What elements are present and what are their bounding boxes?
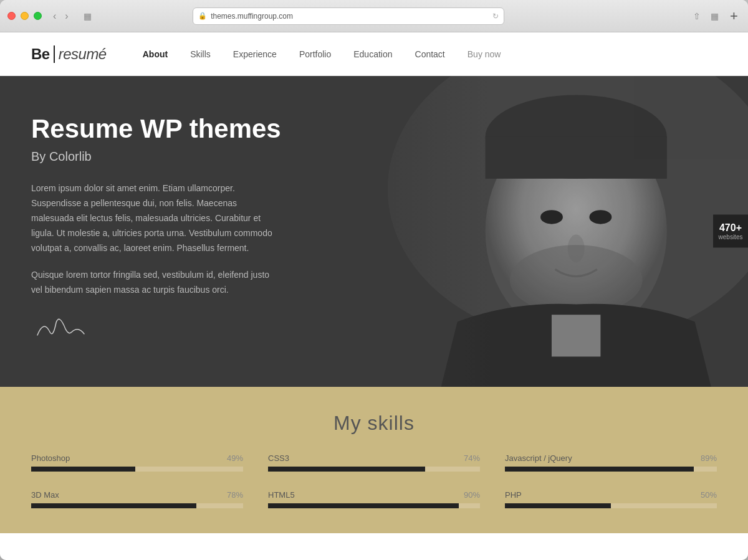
nav-item-skills[interactable]: Skills [179, 44, 222, 64]
toolbar-right: ⇧ ▦ + [689, 8, 741, 24]
hero-paragraph-2: Quisque lorem tortor fringilla sed, vest… [31, 268, 280, 298]
skill-percent: 49% [227, 453, 243, 463]
skill-name: Photoshop [31, 453, 70, 463]
skill-item: Javascript / jQuery 89% [505, 453, 717, 472]
browser-titlebar: ‹ › ▦ 🔒 themes.muffingroup.com ↻ ⇧ ▦ + [0, 0, 748, 32]
skill-bar-fill [505, 503, 611, 508]
skill-name: HTML5 [268, 490, 295, 500]
skill-bar-fill [268, 467, 425, 472]
browser-window: ‹ › ▦ 🔒 themes.muffingroup.com ↻ ⇧ ▦ + B… [0, 0, 748, 560]
nav-item-portfolio[interactable]: Portfolio [288, 44, 342, 64]
skill-bar-background [268, 467, 480, 472]
skill-item: Photoshop 49% [31, 453, 243, 472]
skill-bar-fill [31, 467, 135, 472]
maximize-button[interactable] [34, 12, 42, 20]
hero-content: Resume WP themes By Colorlib Lorem ipsum… [0, 76, 312, 387]
skill-header: 3D Max 78% [31, 490, 243, 500]
lock-icon: 🔒 [198, 12, 207, 20]
skill-header: PHP 50% [505, 490, 717, 500]
skill-percent: 89% [701, 453, 717, 463]
side-badge-text: websites [718, 234, 743, 240]
site-nav: Be resumé About Skills Experience Portfo… [0, 32, 748, 76]
skill-item: HTML5 90% [268, 490, 480, 508]
logo-resume: resumé [59, 45, 107, 63]
skill-bar-background [505, 467, 717, 472]
skill-header: Photoshop 49% [31, 453, 243, 463]
nav-item-about[interactable]: About [132, 44, 179, 64]
minimize-button[interactable] [21, 12, 29, 20]
nav-item-education[interactable]: Education [342, 44, 403, 64]
logo-separator [54, 45, 55, 63]
skill-percent: 50% [701, 490, 717, 500]
traffic-lights [7, 12, 42, 20]
skills-section: My skills Photoshop 49% CSS3 74% Javascr… [0, 387, 748, 533]
new-tab-button[interactable]: + [727, 8, 741, 24]
hero-section: Resume WP themes By Colorlib Lorem ipsum… [0, 76, 748, 387]
hero-title: Resume WP themes [31, 113, 281, 145]
svg-rect-11 [337, 76, 748, 387]
window-mode-button[interactable]: ▦ [80, 10, 95, 22]
website-content: Be resumé About Skills Experience Portfo… [0, 32, 748, 560]
nav-buttons: ‹ › [49, 9, 72, 23]
skill-header: CSS3 74% [268, 453, 480, 463]
skill-percent: 90% [464, 490, 480, 500]
skill-name: PHP [505, 490, 522, 500]
nav-item-contact[interactable]: Contact [404, 44, 456, 64]
close-button[interactable] [7, 12, 16, 20]
skill-item: PHP 50% [505, 490, 717, 508]
skill-bar-fill [31, 503, 196, 508]
skill-bar-background [31, 467, 243, 472]
refresh-button[interactable]: ↻ [492, 12, 499, 21]
forward-button[interactable]: › [61, 9, 72, 23]
skill-bar-background [31, 503, 243, 508]
share-button[interactable]: ⇧ [689, 8, 704, 24]
address-bar[interactable]: 🔒 themes.muffingroup.com ↻ [193, 7, 504, 25]
nav-links: About Skills Experience Portfolio Educat… [132, 44, 512, 64]
skill-bar-background [268, 503, 480, 508]
skill-percent: 74% [464, 453, 480, 463]
logo-be: Be [31, 45, 50, 63]
skills-title: My skills [31, 412, 717, 435]
skill-name: 3D Max [31, 490, 59, 500]
nav-item-experience[interactable]: Experience [222, 44, 288, 64]
side-badge: 470+ websites [713, 215, 748, 248]
skill-name: CSS3 [268, 453, 289, 463]
skill-header: Javascript / jQuery 89% [505, 453, 717, 463]
skill-bar-fill [505, 467, 694, 472]
back-button[interactable]: ‹ [49, 9, 60, 23]
hero-subtitle: By Colorlib [31, 149, 281, 164]
skill-item: CSS3 74% [268, 453, 480, 472]
hero-signature [31, 310, 281, 349]
skills-grid: Photoshop 49% CSS3 74% Javascript / jQue… [31, 453, 717, 515]
hero-image [337, 76, 748, 387]
person-illustration [337, 76, 748, 387]
skill-bar-background [505, 503, 717, 508]
skill-bar-fill [268, 503, 459, 508]
skill-item: 3D Max 78% [31, 490, 243, 508]
skill-header: HTML5 90% [268, 490, 480, 500]
side-badge-number: 470+ [718, 222, 743, 234]
tabs-button[interactable]: ▦ [707, 8, 722, 24]
nav-item-buynow[interactable]: Buy now [456, 44, 512, 64]
logo: Be resumé [31, 45, 107, 63]
skill-name: Javascript / jQuery [505, 453, 572, 463]
url-text: themes.muffingroup.com [211, 12, 293, 21]
hero-paragraph-1: Lorem ipsum dolor sit amet enim. Etiam u… [31, 181, 280, 255]
skill-percent: 78% [227, 490, 243, 500]
